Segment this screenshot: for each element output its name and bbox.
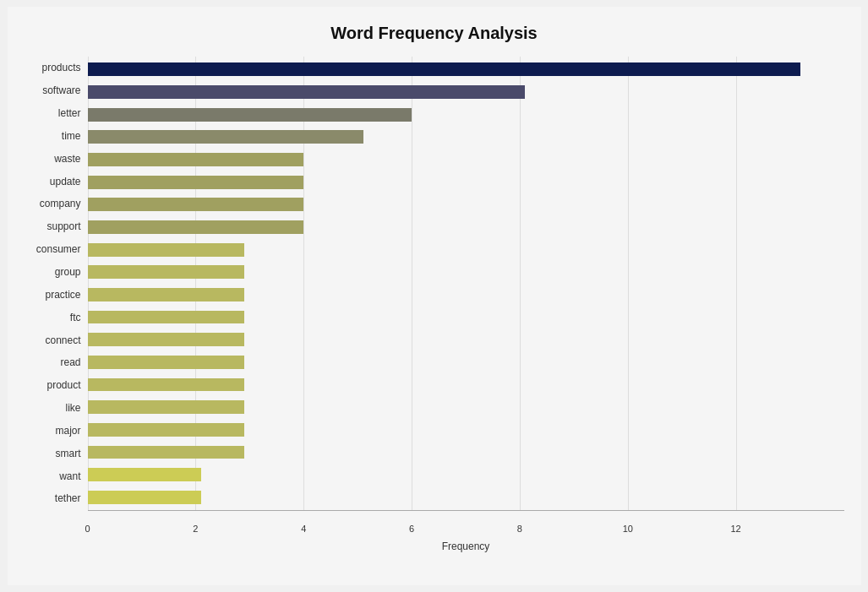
- bar-row: [88, 306, 844, 329]
- y-label: support: [46, 221, 80, 231]
- bar-row: [88, 351, 844, 374]
- y-label: products: [41, 62, 80, 73]
- bar-row: [88, 373, 844, 396]
- bar: [88, 288, 244, 301]
- y-label: like: [65, 403, 80, 413]
- bar: [88, 220, 304, 234]
- x-tick: 0: [85, 524, 90, 534]
- bar: [88, 378, 244, 392]
- bars-wrapper: [88, 57, 844, 510]
- bar-row: [88, 103, 844, 126]
- bar-row: [88, 464, 844, 486]
- bar-row: [88, 284, 844, 307]
- x-axis-label: Frequency: [88, 540, 844, 552]
- bar: [88, 62, 801, 76]
- y-label: major: [55, 426, 80, 436]
- bar: [88, 356, 244, 369]
- bar: [88, 423, 244, 437]
- y-label: want: [59, 471, 80, 481]
- bar: [88, 108, 412, 122]
- bar-row: [88, 149, 844, 171]
- bars-and-x: Frequency 024681012: [88, 57, 844, 534]
- bar-row: [88, 441, 844, 464]
- bar: [88, 333, 244, 346]
- y-axis: productssoftwarelettertimewasteupdatecom…: [25, 57, 88, 534]
- x-axis: Frequency 024681012: [88, 510, 844, 534]
- bars-area: [88, 57, 844, 510]
- y-label: practice: [45, 290, 80, 300]
- bar: [88, 400, 244, 414]
- x-tick: 8: [517, 524, 522, 534]
- y-label: connect: [45, 335, 80, 345]
- chart-area: productssoftwarelettertimewasteupdatecom…: [25, 57, 844, 534]
- chart-title: Word Frequency Analysis: [25, 24, 844, 43]
- y-label: smart: [56, 448, 81, 459]
- bar: [88, 130, 363, 144]
- y-label: letter: [58, 108, 81, 118]
- x-tick: 6: [409, 524, 414, 534]
- bar: [88, 468, 201, 481]
- y-label: tether: [55, 493, 81, 503]
- bar-row: [88, 126, 844, 149]
- bar: [88, 311, 244, 324]
- bar: [88, 85, 526, 99]
- x-tick: 2: [193, 524, 198, 534]
- y-label: company: [40, 198, 81, 209]
- bar: [88, 265, 244, 279]
- bar-row: [88, 486, 844, 508]
- y-label: update: [50, 177, 81, 187]
- bar-row: [88, 216, 844, 239]
- bar: [88, 446, 244, 459]
- y-label: group: [55, 267, 81, 277]
- bar: [88, 198, 304, 211]
- bar-row: [88, 171, 844, 193]
- bar: [88, 176, 304, 189]
- bar-row: [88, 396, 844, 419]
- y-label: time: [62, 131, 81, 141]
- x-tick: 10: [623, 524, 633, 534]
- bar-row: [88, 329, 844, 351]
- bar-row: [88, 238, 844, 261]
- y-label: product: [46, 380, 80, 390]
- y-label: consumer: [36, 244, 81, 254]
- y-label: waste: [54, 154, 80, 164]
- y-label: read: [60, 357, 80, 367]
- bar: [88, 243, 244, 257]
- bar-row: [88, 58, 844, 81]
- x-tick: 12: [730, 524, 740, 534]
- bar-row: [88, 81, 844, 104]
- chart-container: Word Frequency Analysis productssoftware…: [8, 7, 861, 585]
- bar-row: [88, 419, 844, 442]
- y-label: ftc: [70, 312, 81, 323]
- x-tick: 4: [301, 524, 306, 534]
- bar-row: [88, 193, 844, 216]
- bar: [88, 491, 201, 504]
- bar: [88, 153, 304, 166]
- bar-row: [88, 261, 844, 284]
- y-label: software: [42, 85, 80, 95]
